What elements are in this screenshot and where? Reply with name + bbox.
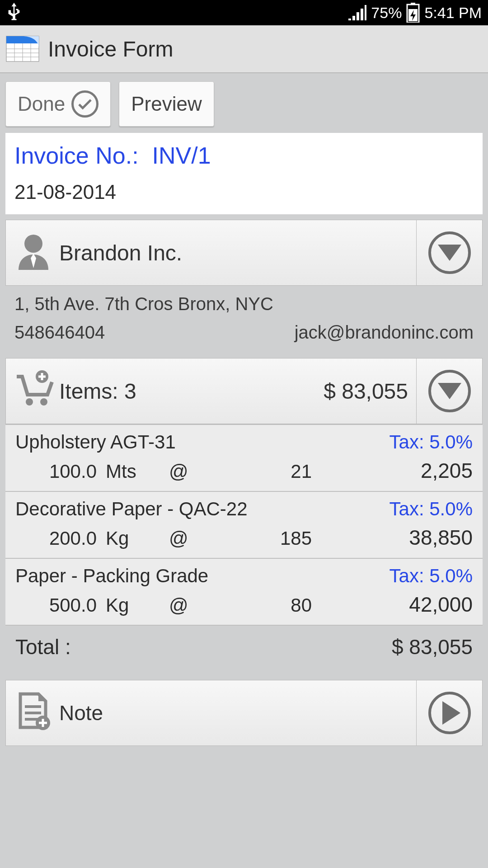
items-total: $ 83,055 [324, 379, 408, 404]
item-unit: Kg [106, 594, 169, 616]
item-qty: 100.0 [15, 461, 106, 482]
svg-point-13 [40, 398, 47, 406]
item-rate: 80 [205, 594, 339, 616]
note-expand-button[interactable] [417, 680, 483, 746]
customer-name: Brandon Inc. [59, 241, 182, 265]
invoice-date: 21-08-2014 [14, 181, 474, 203]
check-icon [71, 90, 99, 118]
app-icon [5, 32, 40, 66]
action-row: Done Preview [0, 73, 488, 133]
item-tax: Tax: 5.0% [389, 431, 473, 453]
page-title: Invoice Form [48, 37, 173, 61]
invoice-number-label: Invoice No.: [14, 142, 139, 169]
play-icon [428, 692, 471, 734]
items-header: Items: 3 $ 83,055 [5, 358, 483, 424]
item-amount: 42,000 [339, 592, 473, 617]
total-value: $ 83,055 [392, 635, 473, 659]
note-label: Note [59, 701, 103, 725]
status-bar: 75% 5:41 PM [0, 0, 488, 25]
cart-add-icon [14, 368, 55, 414]
at-symbol: @ [169, 594, 205, 616]
customer-details: 1, 5th Ave. 7th Cros Bronx, NYC 54864640… [5, 286, 483, 353]
customer-address: 1, 5th Ave. 7th Cros Bronx, NYC [14, 294, 474, 314]
items-count-label: Items: 3 [59, 379, 136, 404]
usb-icon [6, 3, 22, 23]
signal-icon [348, 5, 366, 20]
item-tax: Tax: 5.0% [389, 498, 473, 520]
svg-point-12 [26, 398, 33, 406]
battery-charging-icon [406, 3, 420, 23]
item-rate: 21 [205, 461, 339, 482]
app-title-bar: Invoice Form [0, 25, 488, 73]
item-amount: 38,850 [339, 525, 473, 550]
battery-percent: 75% [371, 4, 402, 22]
at-symbol: @ [169, 528, 205, 549]
line-item[interactable]: Decorative Paper - QAC-22Tax: 5.0%200.0K… [5, 491, 483, 558]
item-name: Paper - Packing Grade [15, 565, 208, 587]
customer-header: Brandon Inc. [5, 220, 483, 286]
item-qty: 500.0 [15, 594, 106, 616]
item-tax: Tax: 5.0% [389, 565, 473, 587]
preview-button[interactable]: Preview [119, 81, 214, 127]
customer-phone: 548646404 [14, 322, 105, 343]
person-icon [14, 231, 53, 275]
svg-point-11 [24, 235, 42, 253]
status-time: 5:41 PM [424, 4, 482, 22]
customer-expand-button[interactable] [417, 220, 483, 286]
note-select[interactable]: Note [5, 680, 417, 746]
line-item[interactable]: Paper - Packing GradeTax: 5.0%500.0Kg@80… [5, 558, 483, 625]
total-label: Total : [15, 635, 71, 659]
item-name: Decorative Paper - QAC-22 [15, 498, 248, 520]
note-header: Note [5, 680, 483, 746]
item-amount: 2,205 [339, 458, 473, 483]
line-item[interactable]: Upholstery AGT-31Tax: 5.0%100.0Mts@212,2… [5, 424, 483, 491]
at-symbol: @ [169, 461, 205, 482]
preview-label: Preview [131, 93, 202, 115]
done-label: Done [18, 93, 65, 115]
customer-select[interactable]: Brandon Inc. [5, 220, 417, 286]
items-summary[interactable]: Items: 3 $ 83,055 [5, 358, 417, 424]
chevron-down-icon [428, 231, 471, 274]
invoice-header-card[interactable]: Invoice No.: INV/1 21-08-2014 [5, 133, 483, 214]
item-rate: 185 [205, 528, 339, 549]
item-name: Upholstery AGT-31 [15, 431, 176, 453]
note-add-icon [14, 690, 53, 736]
item-unit: Mts [106, 461, 169, 482]
item-qty: 200.0 [15, 528, 106, 549]
invoice-number: INV/1 [152, 142, 211, 169]
total-row: Total : $ 83,055 [5, 625, 483, 668]
items-expand-button[interactable] [417, 358, 483, 424]
done-button[interactable]: Done [5, 81, 111, 127]
customer-email: jack@brandoninc.com [295, 322, 474, 343]
item-unit: Kg [106, 528, 169, 549]
chevron-down-icon [428, 370, 471, 412]
